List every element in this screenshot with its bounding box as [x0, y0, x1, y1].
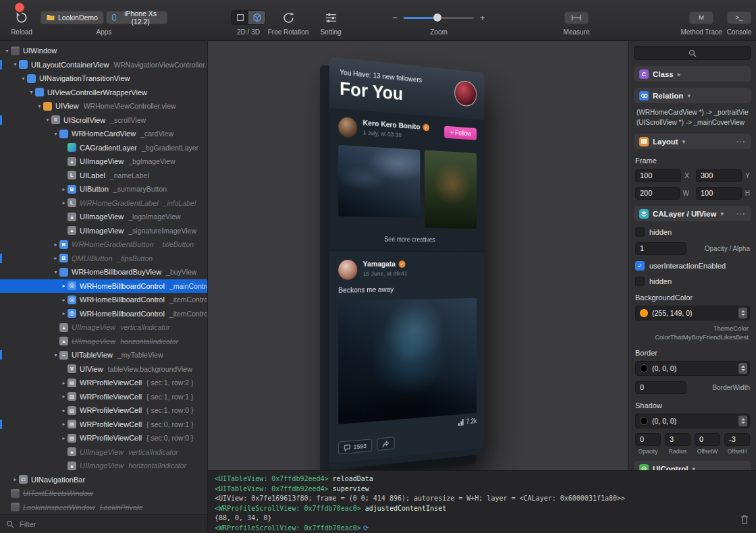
- disclosure-right-icon[interactable]: ▸: [60, 421, 68, 427]
- tree-row[interactable]: ▸BQMUIButton_tipsButton: [0, 252, 207, 266]
- disclosure-right-icon[interactable]: ▸: [60, 200, 68, 206]
- tree-row[interactable]: ▾UILayoutContainerViewWRNavigationViewCo…: [0, 58, 207, 72]
- tree-row[interactable]: ▾WRHomeCardView_cardView: [0, 127, 207, 141]
- tree-row[interactable]: VUIViewtableView.backgroundView: [0, 362, 207, 376]
- opacity-field[interactable]: 1: [635, 242, 686, 255]
- method-trace-button[interactable]: M: [689, 11, 713, 24]
- tree-row[interactable]: ▸◎WRHomeBillboardControl_itemControl1: [0, 307, 207, 321]
- disclosure-right-icon[interactable]: ▸: [60, 297, 68, 303]
- share-button[interactable]: [377, 437, 395, 451]
- tree-row[interactable]: ▾≡UIScrollView_scrollView: [0, 113, 207, 128]
- device-screenshot[interactable]: You Have: 13 new followers For You Kero …: [329, 57, 485, 470]
- disclosure-down-icon[interactable]: ▾: [36, 103, 43, 109]
- author-avatar[interactable]: [338, 260, 357, 280]
- free-rotation-button[interactable]: [282, 10, 295, 25]
- checkbox-unchecked-icon[interactable]: [635, 277, 645, 286]
- tree-row[interactable]: ▸▤WRProfileViewCell{ sec:0, row:1 }: [0, 418, 207, 432]
- tree-row[interactable]: ▴UIImageViewverticalIndicator: [0, 320, 207, 335]
- more-menu-icon[interactable]: ···: [736, 210, 746, 218]
- zoom-out-button[interactable]: −: [388, 13, 402, 23]
- layout-section-header[interactable]: Layout ▾ ···: [634, 134, 751, 149]
- preview-canvas[interactable]: You Have: 13 new followers For You Kero …: [208, 40, 628, 470]
- hidden-checkbox-row[interactable]: hidden: [635, 227, 750, 237]
- tree-row[interactable]: ▸◎WRHomeBillboardControl_mainControl: [0, 279, 207, 293]
- tree-row[interactable]: ▸▤WRProfileViewCell{ sec:0, row:0 }: [0, 431, 207, 445]
- tree-row[interactable]: ▸▤WRProfileViewCell{ sec:1, row:0 }: [0, 403, 207, 418]
- disclosure-down-icon[interactable]: ▾: [3, 48, 11, 54]
- hidden-checkbox-row[interactable]: hidden: [635, 277, 750, 286]
- tree-row[interactable]: ▴UIImageViewhorizontalIndicator: [0, 335, 207, 349]
- disclosure-down-icon[interactable]: ▾: [52, 269, 59, 275]
- tree-row[interactable]: ▸BWRHomeGradientButton_titleButton: [0, 237, 207, 252]
- tree-row[interactable]: ▸LWRHomeGradientLabel_infoLabel: [0, 196, 207, 211]
- mode-2d-button[interactable]: [232, 11, 248, 24]
- app-selector-button[interactable]: LookinDemo: [40, 11, 104, 24]
- tree-row[interactable]: ▾≡UITableView_myTableView: [0, 348, 207, 362]
- disclosure-right-icon[interactable]: ▸: [52, 255, 59, 261]
- tree-row[interactable]: ▸▤WRProfileViewCell{ sec:1, row:2 }: [0, 376, 207, 390]
- disclosure-down-icon[interactable]: ▾: [28, 89, 35, 95]
- refresh-icon[interactable]: ⟳: [361, 524, 369, 532]
- shadow-color-dropdown[interactable]: (0, 0, 0): [635, 414, 750, 428]
- tree-row[interactable]: ▴UIImageViewhorizontalIndicator: [0, 459, 207, 473]
- tree-row[interactable]: ▾UIViewControllerWrapperView: [0, 86, 207, 100]
- uicontrol-section-header[interactable]: UIControl ▾: [634, 461, 751, 470]
- tree-row[interactable]: ▾UIViewWRHomeViewController.view: [0, 99, 207, 113]
- disclosure-right-icon[interactable]: ▸: [60, 380, 68, 386]
- mode-3d-button[interactable]: [248, 11, 265, 24]
- shadow-opacity-field[interactable]: 0: [635, 433, 661, 446]
- zoom-slider[interactable]: [404, 17, 474, 19]
- reload-button[interactable]: [15, 10, 28, 25]
- disclosure-right-icon[interactable]: ▸: [60, 310, 68, 316]
- follow-button[interactable]: + Follow: [445, 126, 477, 140]
- relation-section-header[interactable]: Relation ▾: [634, 88, 751, 103]
- disclosure-right-icon[interactable]: ▸: [52, 242, 59, 248]
- tree-row[interactable]: LookinInspectWindowLookinPrivate: [0, 501, 207, 515]
- shadow-radius-field[interactable]: 3: [665, 433, 691, 446]
- tree-row[interactable]: ▸BUIButton_summaryButton: [0, 182, 207, 196]
- tree-row[interactable]: CAGradientLayer_bgGradientLayer: [0, 141, 207, 155]
- disclosure-right-icon[interactable]: ▸: [60, 408, 68, 414]
- disclosure-down-icon[interactable]: ▾: [20, 76, 27, 82]
- tree-row[interactable]: ▾UINavigationTransitionView: [0, 72, 207, 86]
- trash-icon[interactable]: [740, 515, 749, 527]
- tree-row[interactable]: ▴UIImageView_bgImageView: [0, 155, 207, 169]
- filter-input[interactable]: [18, 520, 201, 529]
- shadow-offsetw-field[interactable]: 0: [695, 433, 720, 446]
- background-color-dropdown[interactable]: (255, 149, 0): [635, 306, 750, 320]
- disclosure-right-icon[interactable]: ▸: [11, 476, 19, 482]
- author-avatar[interactable]: [338, 117, 357, 138]
- tree-row[interactable]: ▸▤WRProfileViewCell{ sec:1, row:1 }: [0, 390, 207, 404]
- console-button[interactable]: >_: [727, 11, 751, 24]
- post-image-1[interactable]: [338, 145, 420, 218]
- tree-row[interactable]: ▴UIImageView_logoImageView: [0, 210, 207, 224]
- see-more-link[interactable]: See more creatives: [338, 226, 477, 251]
- tree-row[interactable]: ▾UIWindow: [0, 44, 207, 58]
- border-width-field[interactable]: 0: [635, 381, 686, 394]
- zoom-slider-knob[interactable]: [433, 13, 441, 22]
- border-color-dropdown[interactable]: (0, 0, 0): [635, 361, 750, 376]
- tree-row[interactable]: ▸▭UINavigationBar: [0, 473, 207, 487]
- checkbox-unchecked-icon[interactable]: [635, 227, 645, 237]
- frame-h-field[interactable]: 100: [696, 187, 742, 200]
- disclosure-down-icon[interactable]: ▾: [52, 352, 59, 358]
- inspector-search-field[interactable]: [634, 46, 751, 60]
- disclosure-right-icon[interactable]: ▸: [60, 435, 68, 441]
- tree-row[interactable]: LUILabel_nameLabel: [0, 169, 207, 183]
- tree-row[interactable]: ▸◎WRHomeBillboardControl_itemControl0: [0, 293, 207, 307]
- disclosure-right-icon[interactable]: ▸: [60, 283, 68, 289]
- post-image-large[interactable]: [338, 298, 477, 424]
- frame-y-field[interactable]: 300: [696, 169, 742, 182]
- calayer-section-header[interactable]: CALayer / UIView ▾ ···: [634, 206, 751, 221]
- checkbox-checked-icon[interactable]: [635, 261, 645, 271]
- setting-button[interactable]: [325, 10, 338, 25]
- tree-row[interactable]: ▴UIImageView_signatureImageView: [0, 224, 207, 238]
- disclosure-down-icon[interactable]: ▾: [52, 131, 59, 137]
- frame-w-field[interactable]: 200: [635, 187, 680, 200]
- user-interaction-checkbox-row[interactable]: userInteractionEnabled: [635, 261, 750, 271]
- zoom-in-button[interactable]: +: [476, 13, 489, 23]
- tree-row[interactable]: ▾WRHomeBillboardBuyView_buyView: [0, 265, 207, 279]
- disclosure-down-icon[interactable]: ▾: [44, 117, 51, 123]
- disclosure-right-icon[interactable]: ▸: [60, 186, 68, 192]
- tree-row[interactable]: ▴UIImageViewverticalIndicator: [0, 445, 207, 459]
